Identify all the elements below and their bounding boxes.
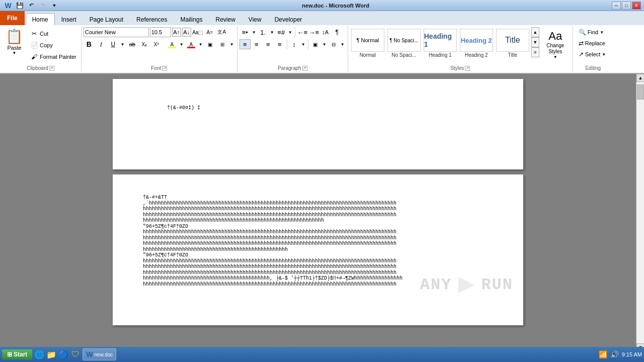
underline-button[interactable]: U: [108, 39, 119, 49]
shading-button[interactable]: ▣: [205, 39, 216, 49]
superscript-button[interactable]: X²: [151, 39, 162, 49]
cut-button[interactable]: ✂ Cut: [28, 28, 79, 39]
undo-icon[interactable]: ↶: [26, 1, 36, 11]
select-button[interactable]: ↗ Select ▼: [575, 49, 610, 59]
quick-access-icon[interactable]: ▼: [49, 1, 59, 11]
style-title[interactable]: Title Title: [495, 27, 530, 59]
taskbar-folder-icon[interactable]: 📁: [46, 349, 56, 359]
start-label: Start: [14, 351, 27, 358]
show-formatting-button[interactable]: ¶: [332, 27, 343, 37]
font-name-input[interactable]: [84, 27, 149, 37]
border-para-dropdown[interactable]: ▼: [340, 39, 346, 49]
italic-button[interactable]: I: [96, 39, 107, 49]
tab-page-layout[interactable]: Page Layout: [83, 13, 130, 25]
taskbar-avast-icon[interactable]: 🛡: [70, 349, 80, 359]
scroll-track[interactable]: [636, 82, 644, 343]
text-highlight-button[interactable]: A: [167, 39, 178, 49]
paste-button[interactable]: 📋 Paste ▼: [2, 27, 27, 58]
sort-button[interactable]: ↕A: [320, 27, 331, 37]
styles-expander[interactable]: ↗: [465, 66, 470, 71]
close-button[interactable]: ✕: [632, 2, 641, 10]
format-painter-button[interactable]: 🖌 Format Painter: [28, 51, 79, 62]
tab-home[interactable]: Home: [26, 13, 55, 26]
font-size-input[interactable]: [150, 27, 171, 37]
tab-developer[interactable]: Developer: [268, 13, 309, 25]
copy-label: Copy: [40, 42, 53, 48]
document-page-1[interactable]: †(&-#0¤‡) ‡: [113, 79, 523, 169]
tab-view[interactable]: View: [242, 13, 268, 25]
text-highlight-dropdown[interactable]: ▼: [179, 39, 185, 49]
start-button[interactable]: ⊞ Start: [2, 349, 32, 359]
border-para-button[interactable]: ⊟: [328, 39, 339, 49]
border-button[interactable]: ⊞: [217, 39, 228, 49]
word-icon: W: [3, 1, 13, 11]
styles-gallery-content: ¶ Normal Normal ¶ No Spaci... No Spaci..…: [350, 27, 571, 64]
increase-font-button[interactable]: A↑: [172, 28, 181, 37]
tab-insert[interactable]: Insert: [55, 13, 83, 25]
bold-button[interactable]: B: [84, 39, 95, 49]
multilevel-dropdown[interactable]: ▼: [287, 27, 293, 37]
align-center-button[interactable]: ≡: [251, 39, 262, 49]
subscript-button[interactable]: X₂: [139, 39, 150, 49]
taskbar-network-icon[interactable]: 📶: [599, 350, 607, 358]
scroll-up-button[interactable]: ▲: [636, 74, 644, 82]
taskbar-volume-icon[interactable]: 🔊: [610, 350, 619, 358]
tab-review[interactable]: Review: [209, 13, 242, 25]
document-page-2[interactable]: †&-#+&TT ,`hhhhhhhhhhhhhhhhhhhhhhhhhhhhh…: [113, 174, 523, 325]
title-bar-controls[interactable]: ─ □ ✕: [612, 2, 641, 10]
gallery-down-button[interactable]: ▼: [531, 37, 539, 47]
justify-button[interactable]: ≡: [274, 39, 285, 49]
style-heading2-preview: Heading 2: [460, 29, 493, 52]
clear-format-button[interactable]: Aa⬚: [192, 27, 203, 37]
document-scroll[interactable]: †(&-#0¤‡) ‡ †&-#+&TT ,`hhhhhhhhhhhhhhhhh…: [0, 74, 636, 351]
bullets-button[interactable]: ≡•: [239, 27, 251, 37]
style-no-spacing-label: No Spaci...: [391, 52, 416, 58]
paragraph-expander[interactable]: ↗: [302, 66, 307, 71]
numbering-dropdown[interactable]: ▼: [269, 27, 275, 37]
phonetic-button[interactable]: 文A: [216, 27, 227, 37]
tab-references[interactable]: References: [130, 13, 174, 25]
gallery-more-button[interactable]: ≡: [531, 47, 539, 57]
increase-indent-button[interactable]: →≡: [308, 27, 319, 37]
change-styles-button[interactable]: Aa ChangeStyles ▼: [540, 27, 571, 62]
strikethrough-button[interactable]: ab: [127, 39, 138, 49]
align-right-button[interactable]: ≡: [263, 39, 274, 49]
taskbar-chrome-icon[interactable]: 🔵: [58, 349, 68, 359]
paste-dropdown-icon: ▼: [13, 51, 17, 55]
replace-button[interactable]: ⇄ Replace: [575, 38, 609, 48]
taskbar-ie-icon[interactable]: 🌐: [34, 349, 44, 359]
maximize-button[interactable]: □: [622, 2, 631, 10]
underline-dropdown[interactable]: ▼: [120, 39, 126, 49]
shading-para-dropdown[interactable]: ▼: [321, 39, 328, 49]
taskbar-word-button[interactable]: W new.doc: [83, 348, 116, 360]
vertical-scrollbar[interactable]: ▲ ▼: [636, 74, 644, 351]
decrease-font-button[interactable]: A↓: [182, 28, 191, 37]
numbering-button[interactable]: 1.: [258, 27, 269, 37]
tab-mailings[interactable]: Mailings: [174, 13, 209, 25]
line-spacing-dropdown[interactable]: ▼: [300, 39, 306, 49]
gallery-up-button[interactable]: ▲: [531, 27, 539, 37]
save-icon[interactable]: 💾: [15, 1, 25, 11]
line-spacing-button[interactable]: ↕: [289, 39, 300, 49]
minimize-button[interactable]: ─: [612, 2, 621, 10]
text-effect-button[interactable]: A=: [204, 27, 215, 37]
bullets-dropdown[interactable]: ▼: [251, 27, 257, 37]
style-heading2[interactable]: Heading 2 Heading 2: [459, 27, 494, 59]
shading-para-button[interactable]: ▣: [310, 39, 321, 49]
multilevel-button[interactable]: ≡#: [276, 27, 287, 37]
border-dropdown[interactable]: ▼: [229, 39, 235, 49]
style-no-spacing[interactable]: ¶ No Spaci... No Spaci...: [386, 27, 422, 59]
font-expander[interactable]: ↗: [162, 66, 167, 71]
decrease-indent-button[interactable]: ←≡: [297, 27, 308, 37]
style-normal[interactable]: ¶ Normal Normal: [350, 27, 385, 59]
align-left-button[interactable]: ≡: [239, 39, 251, 49]
redo-icon[interactable]: ↷: [38, 1, 48, 11]
style-heading1[interactable]: Heading 1 Heading 1: [423, 27, 458, 59]
find-button[interactable]: 🔍 Find ▼: [575, 27, 607, 37]
clipboard-expander[interactable]: ↗: [49, 66, 54, 71]
copy-button[interactable]: 📄 Copy: [28, 40, 79, 51]
font-color-button[interactable]: A: [186, 39, 197, 49]
scroll-thumb[interactable]: [637, 84, 644, 100]
file-tab[interactable]: File: [0, 11, 25, 25]
font-color-dropdown[interactable]: ▼: [198, 39, 204, 49]
